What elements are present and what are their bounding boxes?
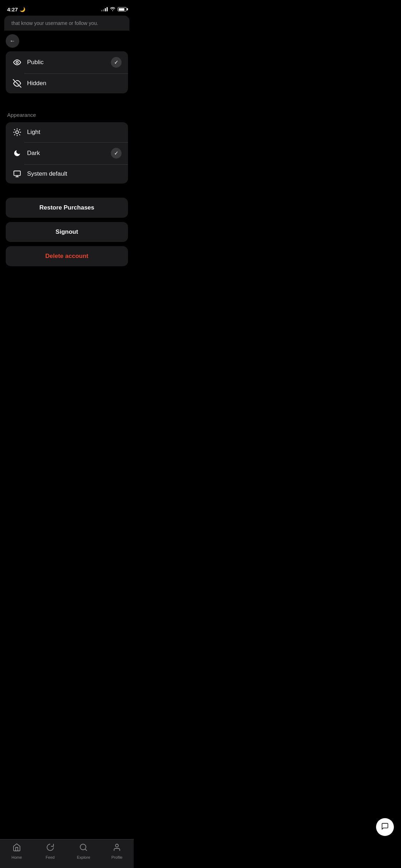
visibility-public-label: Public xyxy=(27,59,111,66)
svg-line-10 xyxy=(19,129,20,130)
appearance-card: Light Dark ✓ System default xyxy=(6,122,128,184)
svg-line-5 xyxy=(14,129,15,130)
svg-rect-11 xyxy=(14,171,20,176)
visibility-card: Public ✓ Hidden xyxy=(6,51,128,93)
moon-icon: 🌙 xyxy=(20,7,25,12)
visibility-public-item[interactable]: Public ✓ xyxy=(6,51,128,73)
appearance-dark-item[interactable]: Dark ✓ xyxy=(6,142,128,164)
top-overlay: that know your username or follow you. xyxy=(4,16,129,31)
public-check: ✓ xyxy=(111,57,122,68)
top-overlay-text: that know your username or follow you. xyxy=(11,20,98,26)
signal-bars xyxy=(101,7,108,11)
time-display: 4:27 xyxy=(7,6,18,12)
eye-closed-icon xyxy=(12,79,22,88)
appearance-system-item[interactable]: System default xyxy=(6,164,128,184)
battery-icon xyxy=(118,7,127,11)
status-icons xyxy=(101,7,127,12)
back-btn-area: ← xyxy=(0,31,134,51)
signout-button[interactable]: Signout xyxy=(6,222,128,242)
sun-icon xyxy=(12,128,22,136)
svg-point-2 xyxy=(16,131,19,134)
visibility-hidden-item[interactable]: Hidden xyxy=(6,73,128,93)
eye-open-icon xyxy=(12,58,22,67)
svg-point-0 xyxy=(16,61,18,63)
delete-account-button[interactable]: Delete account xyxy=(6,246,128,266)
appearance-light-label: Light xyxy=(27,129,122,136)
restore-purchases-label: Restore Purchases xyxy=(39,204,94,211)
delete-account-label: Delete account xyxy=(45,253,88,260)
monitor-icon xyxy=(12,170,22,178)
visibility-hidden-label: Hidden xyxy=(27,80,122,87)
status-time: 4:27 🌙 xyxy=(7,6,25,12)
appearance-dark-label: Dark xyxy=(27,150,111,157)
back-arrow-icon: ← xyxy=(10,38,15,44)
svg-line-6 xyxy=(19,134,20,135)
svg-line-9 xyxy=(14,134,15,135)
signout-label: Signout xyxy=(56,228,78,236)
restore-purchases-button[interactable]: Restore Purchases xyxy=(6,198,128,218)
status-bar: 4:27 🌙 xyxy=(0,0,134,16)
appearance-light-item[interactable]: Light xyxy=(6,122,128,142)
moon-icon xyxy=(12,149,22,157)
appearance-system-label: System default xyxy=(27,170,122,177)
dark-check: ✓ xyxy=(111,148,122,159)
appearance-section-label: Appearance xyxy=(0,105,134,122)
wifi-icon xyxy=(110,7,115,12)
back-button[interactable]: ← xyxy=(6,34,19,48)
